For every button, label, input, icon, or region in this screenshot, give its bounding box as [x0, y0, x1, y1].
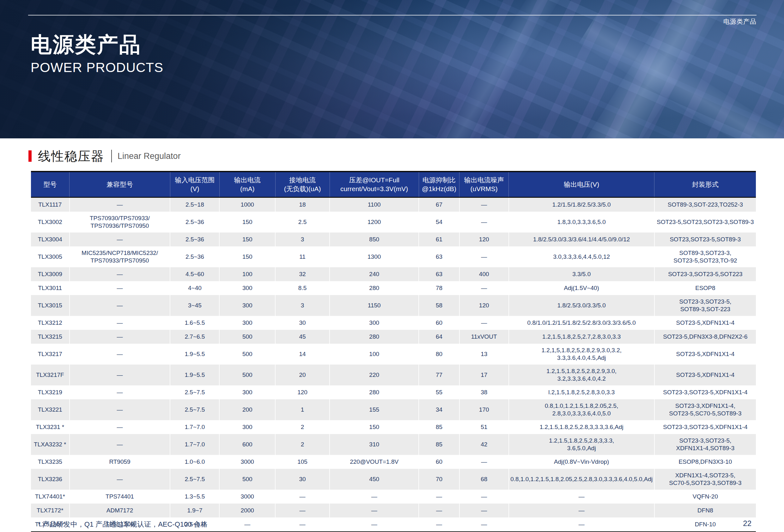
cell-compat: — — [69, 197, 170, 212]
table-row: TLXA3232 *—1.7~7.0600231085421.2,1.5,1.8… — [31, 434, 756, 455]
cell-model: TLX1117 — [31, 197, 69, 212]
cell-package: XDFN1X1-4,SOT23-5, SC70-5,SOT23-3,SOT89-… — [654, 469, 756, 490]
cell-noise: — — [459, 316, 509, 330]
page-title-en: POWER PRODUCTS — [31, 60, 163, 75]
cell-model: TLX3002 — [31, 212, 69, 232]
cell-gnd: 2 — [275, 420, 330, 434]
cell-vout: Adj(0.8V~Vin-Vdrop) — [509, 455, 654, 469]
cell-gnd: 45 — [275, 330, 330, 344]
cell-gnd: 14 — [275, 344, 330, 365]
header-rule-line — [28, 15, 757, 16]
cell-noise: — — [459, 490, 509, 504]
cell-vin: 2.7~6.5 — [170, 330, 219, 344]
cell-vin: 2.5~7.5 — [170, 385, 219, 399]
cell-dropout: 220 — [330, 365, 419, 385]
cell-vout: 1.8/2.5/3.0/3.3/5.0 — [509, 295, 654, 316]
table-row: TLX3015—3~4530031150581201.8/2.5/3.0/3.3… — [31, 295, 756, 316]
cell-psrr: 34 — [419, 399, 459, 420]
cell-dropout: 1100 — [330, 197, 419, 212]
cell-package: SOT23-3,XDFN1X1-4, SOT23-5,SC70-5,SOT89-… — [654, 399, 756, 420]
cell-compat: — — [69, 267, 170, 281]
table-row: TLX3005MIC5235/NCP718/MIC5232/ TPS70933/… — [31, 246, 756, 267]
cell-package: DFN-10 — [654, 517, 756, 532]
cell-gnd: 18 — [275, 197, 330, 212]
cell-iout: 200 — [219, 399, 275, 420]
cell-compat: ADM7172 — [69, 504, 170, 517]
cell-vout: Adj(1.5V~40) — [509, 281, 654, 295]
column-header-model: 型号 — [31, 171, 69, 197]
cell-noise: 38 — [459, 385, 509, 399]
cell-package: SOT23-5,XDFN1X1-4 — [654, 316, 756, 330]
cell-model: TLX3011 — [31, 281, 69, 295]
cell-gnd: 105 — [275, 455, 330, 469]
cell-psrr: 64 — [419, 330, 459, 344]
table-row: TLX3212—1.6~5.53003030060—0.8/1.0/1.2/1.… — [31, 316, 756, 330]
cell-model: TLX3005 — [31, 246, 69, 267]
cell-compat: TPS70930/TPS70933/ TPS70936/TPS70950 — [69, 212, 170, 232]
cell-vout: — — [509, 490, 654, 504]
cell-iout: 600 — [219, 434, 275, 455]
cell-psrr: 80 — [419, 344, 459, 365]
page-corner-label: 电源类产品 — [723, 18, 757, 26]
table-row: TLX3009—4.5~6010032240634003.3/5.0SOT23-… — [31, 267, 756, 281]
column-header-dropout: 压差@IOUT=Full current/Vout=3.3V(mV) — [330, 171, 419, 197]
table-row: TLX74401*TPS744011.3~5.53000—————VQFN-20 — [31, 490, 756, 504]
cell-model: TLX3235 — [31, 455, 69, 469]
table-row: TLX3002TPS70930/TPS70933/ TPS70936/TPS70… — [31, 212, 756, 232]
cell-dropout: 150 — [330, 420, 419, 434]
cell-psrr: 61 — [419, 232, 459, 246]
cell-package: SOT23-3,SOT23-5,SOT223 — [654, 267, 756, 281]
cell-vin: 4~40 — [170, 281, 219, 295]
cell-package: SOT23,SOT23-5,SOT89-3 — [654, 232, 756, 246]
cell-psrr: — — [419, 517, 459, 532]
column-header-gnd: 接地电流 (无负载)(uA) — [275, 171, 330, 197]
cell-dropout: 280 — [330, 385, 419, 399]
product-table: 型号兼容型号输入电压范围 (V)输出电流 (mA)接地电流 (无负载)(uA)压… — [31, 171, 756, 532]
cell-noise: 120 — [459, 295, 509, 316]
cell-compat: — — [69, 344, 170, 365]
cell-iout: 3000 — [219, 455, 275, 469]
cell-vout: 1.2,1.5,1.8,2.5,2.8,2.9,3.0, 3.2,3.3,3.6… — [509, 365, 654, 385]
table-row: TLX3217F—1.9~5.55002022077171.2,1.5,1.8,… — [31, 365, 756, 385]
cell-vout: 1.2/1.5/1.8/2.5/3.3/5.0 — [509, 197, 654, 212]
cell-noise: 42 — [459, 434, 509, 455]
cell-dropout: 300 — [330, 316, 419, 330]
cell-noise: 170 — [459, 399, 509, 420]
cell-gnd: 3 — [275, 295, 330, 316]
hero-banner: 电源类产品 电源类产品 POWER PRODUCTS — [0, 0, 784, 138]
cell-gnd: 30 — [275, 316, 330, 330]
cell-compat: — — [69, 469, 170, 490]
cell-vin: 1.6~5.5 — [170, 316, 219, 330]
chip-trace-decoration — [375, 0, 564, 138]
cell-model: TLX3217F — [31, 365, 69, 385]
cell-package: DFN8 — [654, 504, 756, 517]
table-row: TLX3215—2.7~6.5500452806411xVOUT1.2,1.5,… — [31, 330, 756, 344]
table-row: TLX3011—4~403008.528078—Adj(1.5V~40)ESOP… — [31, 281, 756, 295]
cell-package: ESOP8,DFN3X3-10 — [654, 455, 756, 469]
cell-vin: 4.5~60 — [170, 267, 219, 281]
cell-package: SOT89-3,SOT-223,TO252-3 — [654, 197, 756, 212]
table-body: TLX1117—2.5~18100018110067—1.2/1.5/1.8/2… — [31, 197, 756, 532]
column-header-noise: 输出电流噪声 (uVRMS) — [459, 171, 509, 197]
cell-compat: — — [69, 232, 170, 246]
cell-compat: — — [69, 399, 170, 420]
cell-model: TLX3215 — [31, 330, 69, 344]
cell-model: TLX3236 — [31, 469, 69, 490]
cell-iout: 150 — [219, 246, 275, 267]
cell-vout: 3.0,3.3,3.6,4.4,5.0,12 — [509, 246, 654, 267]
cell-compat: RT9059 — [69, 455, 170, 469]
cell-compat: — — [69, 330, 170, 344]
cell-iout: 300 — [219, 295, 275, 316]
cell-dropout: 220@VOUT=1.8V — [330, 455, 419, 469]
table-row: TLX3221—2.5~7.52001155341700.8,1.0,1.2,1… — [31, 399, 756, 420]
cell-dropout: 155 — [330, 399, 419, 420]
cell-package: SOT23-3,SOT23-5,XDFN1X1-4 — [654, 385, 756, 399]
cell-vin: 2.5~18 — [170, 197, 219, 212]
section-header: 线性稳压器 Linear Regulator — [28, 149, 181, 163]
column-header-vout: 输出电压(V) — [509, 171, 654, 197]
cell-gnd: — — [275, 490, 330, 504]
cell-package: ESOP8 — [654, 281, 756, 295]
cell-compat: — — [69, 420, 170, 434]
table-header-row: 型号兼容型号输入电压范围 (V)输出电流 (mA)接地电流 (无负载)(uA)压… — [31, 171, 756, 197]
cell-noise: 51 — [459, 420, 509, 434]
